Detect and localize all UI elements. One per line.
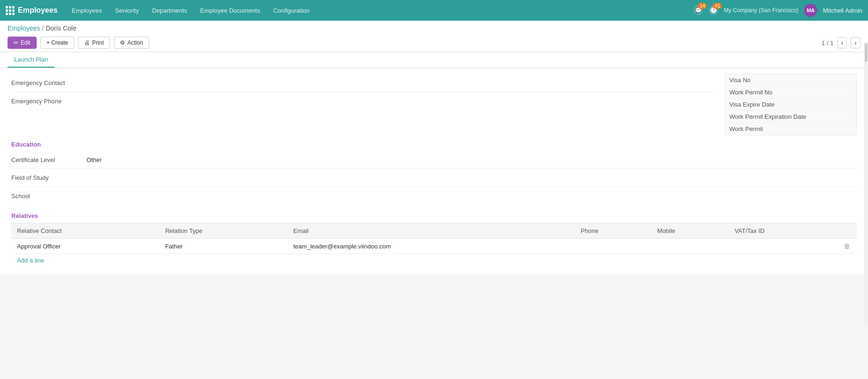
work-permit-expiry-label: Work Permit Expiration Date (729, 113, 806, 120)
education-section-header: Education (0, 135, 868, 152)
relatives-section: Relatives Relative Contact Relation Type… (0, 205, 868, 274)
gear-icon: ⚙ (120, 39, 125, 46)
col-relative-contact: Relative Contact (11, 224, 159, 239)
edit-icon: ✏ (14, 39, 18, 46)
emergency-fields: Emergency Contact Emergency Phone (11, 74, 714, 135)
col-phone: Phone (575, 224, 652, 239)
relatives-title: Relatives (11, 212, 38, 219)
navbar-right: 💬 14 🕐 41 My Company (San Francisco) MA … (694, 4, 862, 17)
education-section: Certificate Level Other Field of Study S… (0, 152, 868, 205)
row-relation: Father (159, 239, 288, 254)
row-phone (575, 239, 652, 254)
relatives-section-header: Relatives (11, 209, 857, 223)
education-title: Education (11, 141, 41, 148)
work-permit-no-label: Work Permit No (729, 89, 773, 96)
chat-icon[interactable]: 💬 14 (694, 6, 703, 15)
print-button[interactable]: 🖨 Print (78, 37, 110, 49)
breadcrumb-separator: / (42, 24, 44, 32)
work-permit-no-row: Work Permit No (726, 86, 856, 99)
row-delete-cell: 🗑 (838, 239, 857, 254)
app-title: Employees (18, 6, 57, 15)
school-label: School (11, 193, 87, 200)
scrollbar[interactable] (864, 42, 868, 274)
emergency-contact-input[interactable] (87, 77, 714, 89)
nav-configuration[interactable]: Configuration (267, 0, 316, 21)
breadcrumb-current: Doris Cole (46, 24, 76, 32)
tab-launch-plan[interactable]: Launch Plan (8, 52, 55, 68)
work-permit-row: Work Permit (726, 123, 856, 135)
emergency-section: Emergency Contact Emergency Phone Visa N… (0, 68, 868, 135)
visa-expire-row: Visa Expire Date (726, 99, 856, 111)
table-row: Approval Officer Father team_leader@exam… (11, 239, 857, 254)
scroll-thumb (865, 43, 868, 62)
col-relation-type: Relation Type (159, 224, 288, 239)
certificate-label: Certificate Level (11, 156, 87, 163)
visa-panel: Visa No Work Permit No Visa Expire Date … (725, 74, 857, 135)
col-vat: VAT/Tax ID (729, 224, 838, 239)
row-mobile (652, 239, 729, 254)
certificate-value: Other (87, 155, 102, 165)
create-button[interactable]: + Create (40, 37, 74, 49)
edit-label: Edit (21, 39, 31, 46)
nav-employee-documents[interactable]: Employee Documents (194, 0, 267, 21)
certificate-row: Certificate Level Other (11, 152, 857, 169)
breadcrumb-parent[interactable]: Employees (8, 24, 40, 32)
col-email: Email (288, 224, 575, 239)
grid-icon (6, 6, 14, 15)
user-name: Mitchell Admin (823, 7, 862, 14)
company-name: My Company (San Francisco) (724, 7, 798, 14)
breadcrumb: Employees / Doris Cole (8, 24, 860, 34)
next-button[interactable]: › (851, 37, 860, 48)
emergency-contact-row: Emergency Contact (11, 74, 714, 92)
education-fields: Certificate Level Other Field of Study S… (11, 152, 857, 205)
delete-row-button[interactable]: 🗑 (844, 242, 850, 250)
col-actions (838, 224, 857, 239)
school-row: School (11, 187, 857, 205)
emergency-phone-input[interactable] (87, 95, 714, 107)
page-header: Employees / Doris Cole ✏ Edit + Create 🖨… (0, 21, 868, 52)
print-label: Print (92, 39, 104, 46)
emergency-phone-row: Emergency Phone (11, 92, 714, 110)
nav-seniority[interactable]: Seniority (109, 0, 146, 21)
activity-icon[interactable]: 🕐 41 (709, 6, 718, 15)
visa-expire-label: Visa Expire Date (729, 101, 775, 108)
chat-badge: 14 (698, 3, 707, 9)
work-permit-label: Work Permit (729, 125, 763, 132)
print-icon: 🖨 (84, 39, 90, 46)
main-content: Emergency Contact Emergency Phone Visa N… (0, 68, 868, 274)
work-permit-expiry-row: Work Permit Expiration Date (726, 111, 856, 123)
relatives-table: Relative Contact Relation Type Email Pho… (11, 223, 857, 254)
field-of-study-input[interactable] (87, 171, 857, 184)
create-label: + Create (47, 39, 68, 46)
navbar-menu: Employees Seniority Departments Employee… (65, 0, 694, 21)
navbar: Employees Employees Seniority Department… (0, 0, 868, 21)
col-mobile: Mobile (652, 224, 729, 239)
row-contact: Approval Officer (11, 239, 159, 254)
visa-no-row: Visa No (726, 74, 856, 86)
visa-no-label: Visa No (729, 77, 750, 84)
toolbar: ✏ Edit + Create 🖨 Print ⚙ Action 1 / 1 ‹… (8, 34, 860, 52)
pagination: 1 / 1 (821, 39, 833, 46)
edit-button[interactable]: ✏ Edit (8, 37, 37, 49)
row-vat (729, 239, 838, 254)
emergency-contact-label: Emergency Contact (11, 79, 87, 86)
field-of-study-label: Field of Study (11, 174, 87, 181)
nav-departments[interactable]: Departments (145, 0, 193, 21)
row-email: team_leader@example.viindoo.com (288, 239, 575, 254)
tab-bar: Launch Plan (0, 52, 868, 68)
nav-employees[interactable]: Employees (65, 0, 108, 21)
user-avatar[interactable]: MA (804, 4, 817, 17)
prev-button[interactable]: ‹ (837, 37, 847, 48)
emergency-phone-label: Emergency Phone (11, 98, 87, 105)
school-input[interactable] (87, 190, 857, 202)
field-of-study-row: Field of Study (11, 169, 857, 187)
app-brand[interactable]: Employees (6, 6, 57, 15)
action-label: Action (127, 39, 143, 46)
add-line-button[interactable]: Add a line (11, 254, 50, 267)
toolbar-right: 1 / 1 ‹ › (821, 37, 860, 48)
activity-badge: 41 (713, 3, 722, 9)
action-button[interactable]: ⚙ Action (114, 37, 149, 49)
